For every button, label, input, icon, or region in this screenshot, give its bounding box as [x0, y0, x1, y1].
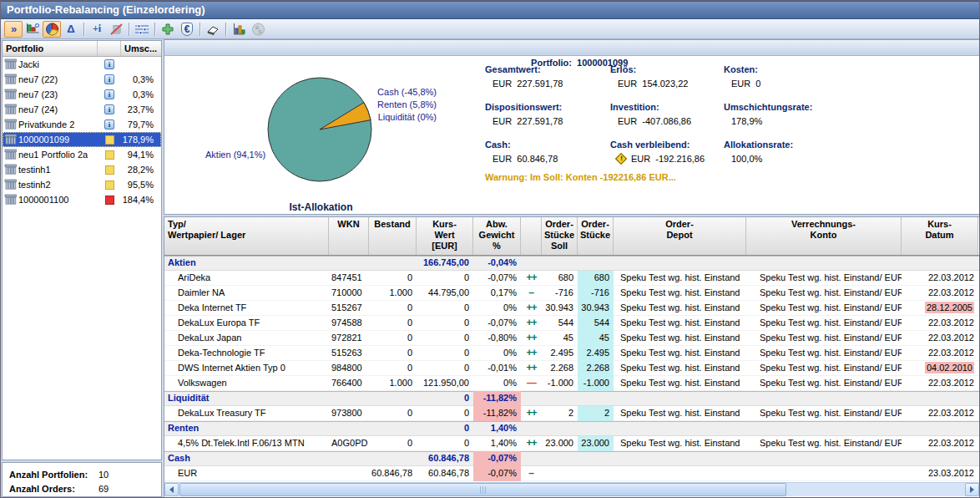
order-direction-icon: ++	[526, 347, 536, 358]
cell-soll	[542, 421, 578, 436]
cell-kurswert: 0	[417, 331, 473, 346]
portfolio-row[interactable]: neu7 (23)i0,3%	[3, 87, 161, 102]
status-yellow-icon	[105, 180, 114, 190]
portfolio-name: neu1 Portfolio 2a	[18, 150, 98, 160]
column-header-wkn[interactable]: WKN	[329, 217, 369, 255]
portfolio-icon	[4, 119, 18, 130]
portfolio-row[interactable]: Privatkunde 2i79,7%	[3, 117, 161, 132]
order-direction-icon: ++	[526, 407, 536, 419]
warning-icon: !	[615, 153, 627, 165]
column-header-kurswert[interactable]: Kurs- Wert [EUR]	[417, 217, 473, 255]
portfolio-row[interactable]: neu7 (24)i23,7%	[3, 102, 161, 117]
cell-sign: ++	[521, 436, 542, 451]
column-header-soll[interactable]: Order- Stücke Soll	[542, 217, 578, 255]
portfolio-name: testinh2	[18, 180, 98, 190]
order-direction-icon: ++	[526, 317, 536, 328]
portfolio-row[interactable]: Jackii	[3, 57, 161, 72]
metric-label: Erlös:	[610, 64, 724, 74]
metric-value: EUR 227.591,78	[485, 116, 610, 126]
table-row[interactable]: DekaLux Japan97282100-0,80%++4545Speku T…	[164, 331, 979, 346]
cell-sign: –	[521, 286, 542, 301]
eraser-button[interactable]	[204, 21, 222, 38]
positions-table-header: Typ/ Wertpapier/ LagerWKNBestandKurs- We…	[164, 217, 979, 256]
table-row[interactable]: 4,5% Dt.Telek.Intl F.06/13 MTNA0G0PD001,…	[164, 436, 979, 451]
cell-soll: 45	[542, 331, 578, 346]
cell-depot: Speku Test wg. hist. Einstand	[614, 436, 746, 451]
cell-bestand	[369, 421, 417, 436]
table-row[interactable]: DekaLux Europa TF97458800-0,07%++544544S…	[164, 316, 979, 331]
portfolio-row[interactable]: neu7 (22)i0,3%	[3, 72, 161, 87]
report-button[interactable]	[230, 21, 248, 38]
scrollbar-thumb[interactable]	[179, 483, 786, 496]
column-header-portfolio[interactable]: Portfolio	[3, 41, 98, 56]
cell-depot	[614, 466, 746, 481]
order-direction-icon: ––	[527, 377, 536, 389]
column-header-datum[interactable]: Kurs- Datum	[902, 217, 978, 255]
column-header-stuecke[interactable]: Order- Stücke	[578, 217, 614, 255]
add-info-button[interactable]: +i	[88, 21, 106, 38]
order-settings-button[interactable]	[133, 21, 151, 38]
portfolio-row[interactable]: 1000001100184,4%	[3, 192, 161, 207]
column-header-status[interactable]	[98, 41, 121, 56]
status-yellow-icon	[105, 135, 114, 145]
column-header-umschichtung[interactable]: Umsc...	[121, 41, 159, 56]
buy-sell-button[interactable]: BS	[249, 21, 267, 38]
expand-button[interactable]: »	[4, 21, 23, 38]
scroll-right-button[interactable]	[965, 483, 979, 496]
table-row[interactable]: Volkswagen7664001.000121.950,000%––-1.00…	[164, 376, 979, 391]
table-row[interactable]: DekaLux Treasury TF97380000-11,82%++22Sp…	[164, 406, 979, 421]
cell-datum	[902, 451, 978, 466]
cell-abw: -0,07%	[473, 451, 521, 466]
table-row[interactable]: EUR60.846,7860.846,78-0,07%–23.03.2012	[164, 466, 979, 481]
table-row[interactable]: Daimler NA7100001.00044.795,000,17%–-716…	[164, 286, 979, 301]
pie-chart-button[interactable]	[43, 21, 61, 38]
cell-kurswert: 0	[417, 346, 473, 361]
portfolio-name: neu7 (23)	[18, 89, 98, 99]
table-row[interactable]: Aktien166.745,00-0,04%	[164, 256, 979, 271]
chart-title: Ist-Allokation	[260, 201, 381, 213]
portfolio-row[interactable]: 1000001099178,9%	[3, 132, 161, 147]
table-row[interactable]: Deka Internet TF515267000%++30.94330.943…	[164, 301, 979, 316]
cell-stuecke	[578, 421, 614, 436]
order-direction-icon: ++	[526, 272, 536, 283]
summary-metrics: Gesamtwert:EUR 227.591,78Erlös:EUR 154.0…	[485, 64, 932, 177]
table-row[interactable]: DWS Internet Aktien Typ 098480000-0,01%+…	[164, 361, 979, 376]
add-order-button[interactable]	[159, 21, 177, 38]
table-row[interactable]: AriDeka84745100-0,07%++680680Speku Test …	[164, 271, 979, 286]
cell-abw: -0,01%	[473, 361, 521, 376]
portfolio-umschichtung: 95,5%	[121, 180, 158, 190]
allocation-chart-button[interactable]	[23, 21, 42, 38]
column-header-name[interactable]: Typ/ Wertpapier/ Lager	[164, 217, 329, 255]
euro-order-button[interactable]: €	[178, 21, 196, 38]
scroll-left-button[interactable]	[164, 483, 179, 496]
table-row[interactable]: Renten01,40%	[164, 421, 979, 436]
scroll-right-icon	[970, 486, 974, 493]
metric-value: EUR 60.846,78	[485, 154, 610, 164]
column-header-abw[interactable]: Abw. Gewicht %	[473, 217, 521, 255]
cell-wkn	[329, 391, 369, 406]
cell-wkn: 972821	[329, 331, 369, 346]
delta-button[interactable]: Δ	[62, 21, 80, 38]
table-row[interactable]: Deka-Technologie TF515263000%++2.4952.49…	[164, 346, 979, 361]
table-row[interactable]: Cash60.846,78-0,07%	[164, 451, 979, 466]
info-icon: i	[104, 104, 114, 114]
order-direction-icon: ++	[526, 362, 536, 374]
horizontal-scrollbar[interactable]	[164, 482, 979, 496]
summary-metric: Gesamtwert:EUR 227.591,78	[485, 64, 610, 102]
metric-label: Allokationsrate:	[724, 140, 932, 150]
cell-konto: Speku Test wg. hist. Einstand/ EUR	[746, 361, 902, 376]
toolbar-separator	[200, 23, 200, 36]
stale-date-highlight: 28.12.2005	[925, 302, 974, 313]
portfolio-row[interactable]: neu1 Portfolio 2a94,1%	[3, 147, 161, 162]
table-row[interactable]: Liquidität0-11,82%	[164, 391, 979, 406]
column-header-sign[interactable]	[521, 217, 542, 255]
column-header-bestand[interactable]: Bestand	[369, 217, 417, 255]
delete-order-button[interactable]	[107, 21, 125, 38]
column-header-konto[interactable]: Verrechnungs- Konto	[746, 217, 902, 255]
cell-sign	[521, 391, 542, 406]
column-header-depot[interactable]: Order- Depot	[614, 217, 746, 255]
portfolio-row[interactable]: testinh128,2%	[3, 162, 161, 177]
cell-bestand: 0	[369, 331, 417, 346]
portfolio-row[interactable]: testinh295,5%	[3, 177, 161, 192]
portfolio-list-header: Portfolio Umsc...	[3, 41, 161, 57]
